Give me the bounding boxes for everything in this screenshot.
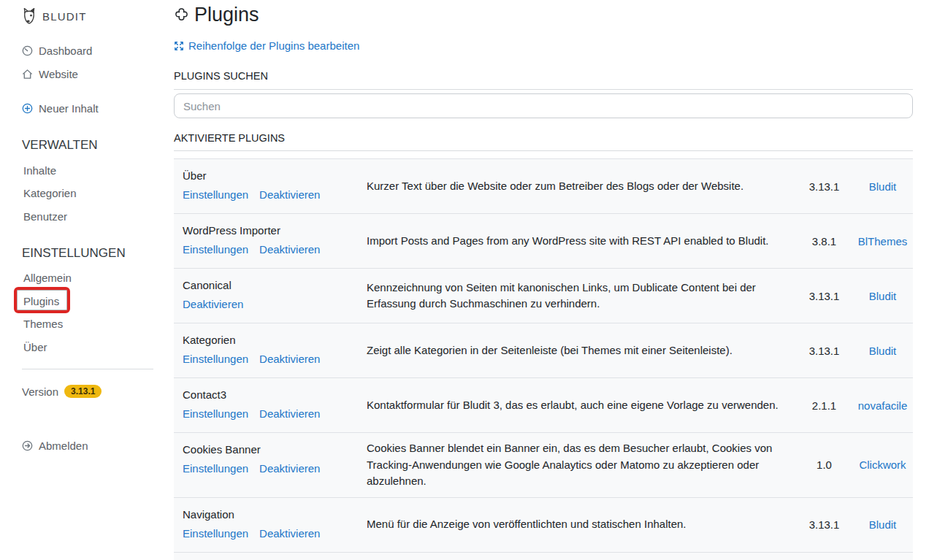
plugin-deactivate-link[interactable]: Deaktivieren [259,527,320,540]
plugin-row: CanonicalDeaktivierenKennzeichnung von S… [174,269,913,323]
plugin-deactivate-link[interactable]: Deaktivieren [259,462,320,475]
plugin-deactivate-link[interactable]: Deaktivieren [259,407,320,420]
plugin-name: Canonical [183,279,352,291]
plugin-row: ÜberEinstellungenDeaktivierenKurzer Text… [174,159,913,214]
plugin-name: Cookies Banner [183,443,352,456]
plugin-row: Contact3EinstellungenDeaktivierenKontakt… [174,378,913,433]
reorder-plugins-link[interactable]: Reihenfolge der Plugins bearbeiten [174,39,359,52]
plugin-version: 1.0 [796,433,852,497]
plugin-author-link[interactable]: Clickwork [859,459,906,471]
plugin-version: 3.13.1 [796,323,852,377]
plugin-description: Zeigt alle Kategorien in der Seitenleist… [358,323,796,377]
sidebar-item-website[interactable]: Website [22,68,78,80]
sidebar-item-themes[interactable]: Themes [23,318,63,330]
sidebar-item-benutzer[interactable]: Benutzer [23,210,67,223]
plugin-author-link[interactable]: Bludit [869,290,897,302]
main-content: Plugins Reihenfolge der Plugins bearbeit… [174,0,913,560]
plugin-author-link[interactable]: Bludit [869,180,897,193]
plugin-author-link[interactable]: BlThemes [858,235,908,248]
plugin-deactivate-link[interactable]: Deaktivieren [259,243,320,256]
plugin-settings-link[interactable]: Einstellungen [183,527,248,540]
plugin-deactivate-link[interactable]: Deaktivieren [259,188,320,201]
search-section-heading: PLUGINS SUCHEN [174,70,913,90]
sidebar-item-new-content[interactable]: Neuer Inhalt [22,102,99,115]
puzzle-icon [174,7,189,23]
plugin-row: NavigationEinstellungenDeaktivierenMenü … [174,498,913,553]
plugin-version: 2.1.1 [796,378,852,432]
plugin-version: 3.13.1 [796,269,852,323]
plus-circle-icon [22,103,33,114]
speedometer-icon [22,45,33,56]
brand[interactable]: BLUDIT [22,7,87,25]
sidebar-item-label: Neuer Inhalt [39,102,99,115]
plugin-settings-link[interactable]: Einstellungen [183,462,248,475]
reorder-link-label: Reihenfolge der Plugins bearbeiten [188,39,359,52]
active-plugins-heading: AKTIVIERTE PLUGINS [174,132,913,151]
plugin-version: 3.13.1 [796,159,852,213]
arrow-right-circle-icon [22,440,33,451]
sidebar-item-allgemein[interactable]: Allgemein [23,272,72,284]
sidebar-item-plugins[interactable]: Plugins [23,295,59,307]
sidebar-item-label: Abmelden [39,440,88,452]
plugin-row: KategorienEinstellungenDeaktivierenZeigt… [174,323,913,378]
sidebar: BLUDIT Dashboard Website Neuer I [0,0,174,560]
search-input[interactable] [174,93,913,118]
sidebar-item-label: Dashboard [39,45,92,57]
plugin-description: Kurzer Text über die Website oder zum Be… [358,159,796,213]
brand-label: BLUDIT [42,10,87,23]
page-title: Plugins [174,4,259,26]
plugin-settings-link[interactable]: Einstellungen [183,243,248,256]
sidebar-item-logout[interactable]: Abmelden [22,440,88,452]
plugin-name: Über [183,169,352,182]
home-icon [22,69,33,80]
plugin-name: Kategorien [183,334,352,346]
sidebar-heading-verwalten: VERWALTEN [22,138,98,153]
plugin-row: WordPress ImporterEinstellungenDeaktivie… [174,214,913,269]
plugin-row: Cookies BannerEinstellungenDeaktivierenC… [174,433,913,498]
sidebar-item-kategorien[interactable]: Kategorien [23,187,77,199]
plugin-table: ÜberEinstellungenDeaktivierenKurzer Text… [174,158,913,560]
plugin-deactivate-link[interactable]: Deaktivieren [259,353,320,365]
version-badge: 3.13.1 [64,385,102,398]
plugin-version: 3.8.1 [796,214,852,268]
plugin-author-link[interactable]: Bludit [869,518,897,531]
plugin-name: WordPress Importer [183,224,352,237]
plugin-name: Navigation [183,508,352,521]
version-row: Version 3.13.1 [22,385,102,398]
plugin-settings-link[interactable]: Einstellungen [183,353,248,365]
plugin-description: Kontaktformular für Bludit 3, das es erl… [358,378,796,432]
plugin-deactivate-link[interactable]: Deaktivieren [183,298,243,310]
sidebar-item-dashboard[interactable]: Dashboard [22,45,92,57]
sidebar-item-inhalte[interactable]: Inhalte [23,164,56,177]
bludit-dog-logo-icon [22,7,37,25]
sidebar-heading-einstellungen: EINSTELLUNGEN [22,246,126,261]
plugin-name: Contact3 [183,388,352,401]
plugin-description: Import Posts and Pages from any WordPres… [358,214,796,268]
plugin-description: Kennzeichnung von Seiten mit kanonischen… [358,269,796,323]
plugin-author-link[interactable]: Bludit [869,345,897,357]
plugin-settings-link[interactable]: Einstellungen [183,188,248,201]
arrows-expand-icon [174,41,184,51]
version-label: Version [22,386,58,398]
sidebar-item-label: Website [39,68,78,80]
plugin-author-link[interactable]: novafacile [858,399,908,412]
plugin-description: Cookies Banner blendet ein Banner ein, d… [358,433,796,497]
sidebar-divider [22,369,153,369]
plugin-settings-link[interactable]: Einstellungen [183,407,248,420]
partial-next-row [174,553,913,560]
plugin-description: Menü für die Anzeige von veröffentlichte… [358,498,796,552]
plugin-version: 3.13.1 [796,498,852,552]
page-title-text: Plugins [194,4,259,26]
sidebar-item-ueber[interactable]: Über [23,341,47,353]
